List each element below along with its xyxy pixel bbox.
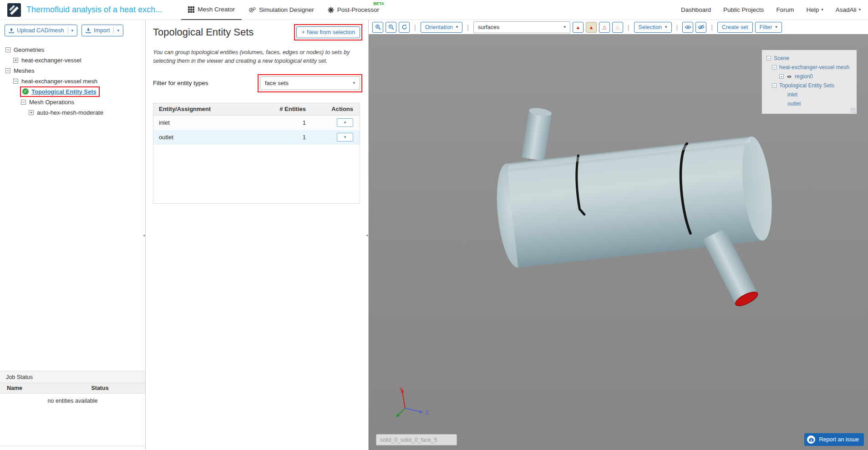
3d-viewport[interactable]: − Scene − heat-exchanger-vessel mesh + r… bbox=[369, 34, 868, 450]
magnifier-plus-icon bbox=[375, 24, 381, 30]
eye-icon bbox=[685, 25, 691, 30]
simscale-logo-icon[interactable] bbox=[7, 3, 21, 17]
nav-public-projects[interactable]: Public Projects bbox=[723, 6, 764, 13]
selected-value: surfaces bbox=[478, 24, 499, 30]
table-row[interactable]: outlet 1 ▾ bbox=[153, 130, 360, 145]
axis-z-label: Z bbox=[425, 409, 429, 416]
expand-icon[interactable]: + bbox=[779, 74, 784, 79]
tree-item-auto-hex-mesh-moderate[interactable]: + auto-hex-mesh-moderate bbox=[4, 108, 142, 116]
axis-triad: x Z bbox=[392, 385, 434, 424]
tree-item-heat-exchanger-vessel[interactable]: + heat-exchanger-vessel bbox=[4, 56, 142, 64]
nav-forum[interactable]: Forum bbox=[776, 6, 794, 13]
upload-icon bbox=[9, 28, 14, 33]
tree-item-label: heat-exchanger-vessel bbox=[21, 57, 81, 64]
job-status-col-status: Status bbox=[55, 385, 145, 391]
scene-item-scene[interactable]: − Scene bbox=[766, 54, 853, 63]
collapse-icon[interactable]: − bbox=[772, 83, 777, 88]
surface-mode-toggle-1[interactable]: ▲ bbox=[573, 22, 584, 33]
tab-label: Post-Processor bbox=[337, 6, 379, 13]
triangle-outline-icon: △ bbox=[616, 24, 619, 30]
filter-dropdown[interactable]: Filter ▾ bbox=[755, 22, 782, 33]
topological-entity-sets-panel: Topological Entity Sets + New from selec… bbox=[146, 20, 369, 450]
orientation-dropdown[interactable]: Orientation ▾ bbox=[421, 22, 463, 33]
page-title: Topological Entity Sets bbox=[153, 26, 254, 38]
tab-simulation-designer[interactable]: Simulation Designer bbox=[242, 0, 321, 20]
job-status-empty-text: no entities available bbox=[0, 394, 145, 446]
collapse-icon[interactable]: − bbox=[13, 79, 18, 84]
inlet-nozzle[interactable] bbox=[522, 106, 552, 161]
zoom-fit-button[interactable] bbox=[386, 22, 396, 33]
tree-item-heat-exchanger-vessel-mesh[interactable]: − heat-exchanger-vessel mesh bbox=[4, 77, 142, 85]
surface-mode-toggle-4[interactable]: △ bbox=[612, 22, 623, 33]
job-status-header-row: Name Status bbox=[0, 383, 145, 394]
viewer-toolbar: | Orientation ▾ | surfaces ▾ ▲ ▲ △ △ | S… bbox=[369, 20, 868, 34]
tree-item-mesh-operations[interactable]: − Mesh Operations bbox=[4, 98, 142, 106]
job-status-col-name: Name bbox=[0, 385, 55, 391]
new-from-selection-button[interactable]: + New from selection bbox=[296, 26, 360, 38]
nav-help-menu[interactable]: Help▾ bbox=[806, 6, 823, 13]
panel-collapse-handle[interactable]: ◂ bbox=[365, 230, 369, 241]
col-entity-assignment: Entity/Assignment bbox=[153, 106, 261, 112]
selection-dropdown[interactable]: Selection ▾ bbox=[634, 22, 672, 33]
import-button[interactable]: Import ▾ bbox=[81, 25, 123, 36]
project-title[interactable]: Thermofluid analysis of a heat exch... bbox=[26, 5, 162, 15]
collapse-icon[interactable]: − bbox=[5, 68, 10, 73]
show-selected-button[interactable] bbox=[682, 22, 693, 33]
scene-tree-overlay[interactable]: − Scene − heat-exchanger-vessel mesh + r… bbox=[761, 50, 857, 114]
entity-count: 1 bbox=[261, 119, 318, 126]
collapse-icon[interactable]: − bbox=[766, 56, 771, 61]
tree-item-label: Meshes bbox=[14, 67, 35, 74]
row-actions-dropdown[interactable]: ▾ bbox=[337, 133, 353, 142]
picked-face-name-input[interactable] bbox=[376, 434, 457, 445]
gears-icon bbox=[249, 7, 256, 13]
tree-item-label: Geometries bbox=[14, 46, 44, 53]
render-mode-select[interactable]: surfaces ▾ bbox=[473, 21, 570, 33]
surface-mode-toggle-3[interactable]: △ bbox=[599, 22, 610, 33]
collapse-icon[interactable]: − bbox=[5, 47, 10, 52]
chevron-down-icon: ▾ bbox=[775, 25, 777, 29]
tree-item-topological-entity-sets[interactable]: ✓ Topological Entity Sets bbox=[4, 87, 142, 96]
tree-item-label[interactable]: Topological Entity Sets bbox=[31, 88, 96, 95]
report-issue-button[interactable]: Report an issue bbox=[804, 433, 864, 446]
annotation-box: ✓ Topological Entity Sets bbox=[21, 87, 99, 96]
triangle-outline-icon: △ bbox=[603, 24, 606, 30]
filter-entity-types-label: Filter for entity types bbox=[153, 80, 208, 86]
grid-icon bbox=[188, 6, 194, 13]
entity-name: outlet bbox=[153, 134, 261, 141]
nav-dashboard[interactable]: Dashboard bbox=[681, 6, 711, 13]
panel-description: You can group topological entities (volu… bbox=[153, 48, 360, 66]
scene-item-inlet[interactable]: inlet bbox=[766, 90, 853, 99]
zoom-in-button[interactable] bbox=[372, 22, 383, 33]
surface-mode-toggle-2[interactable]: ▲ bbox=[586, 22, 597, 33]
beta-badge: BETA bbox=[373, 1, 384, 6]
top-navbar: Thermofluid analysis of a heat exch... M… bbox=[0, 0, 868, 20]
collapse-icon[interactable]: − bbox=[21, 100, 26, 105]
scene-item-region0[interactable]: + region0 bbox=[766, 72, 853, 81]
expand-icon[interactable]: + bbox=[13, 58, 18, 63]
table-row[interactable]: inlet 1 ▾ bbox=[153, 116, 360, 130]
upload-cad-mesh-button[interactable]: Upload CAD/mesh ▾ bbox=[5, 25, 77, 36]
nav-user-menu[interactable]: AsadAli▾ bbox=[836, 6, 861, 13]
row-actions-dropdown[interactable]: ▾ bbox=[337, 118, 353, 127]
sidebar-collapse-handle[interactable]: ◂ bbox=[142, 230, 146, 241]
tab-mesh-creator[interactable]: Mesh Creator bbox=[181, 0, 242, 20]
magnifier-icon bbox=[388, 24, 394, 30]
entity-sets-table: Entity/Assignment # Entities Actions inl… bbox=[153, 103, 360, 204]
tree-item-geometries[interactable]: − Geometries bbox=[4, 46, 142, 54]
collapse-icon[interactable]: − bbox=[772, 65, 777, 70]
scene-item-outlet[interactable]: outlet bbox=[766, 99, 853, 108]
entity-type-select[interactable]: face sets ▾ bbox=[260, 76, 360, 90]
hide-selected-button[interactable] bbox=[695, 22, 706, 33]
table-header-row: Entity/Assignment # Entities Actions bbox=[153, 103, 360, 116]
tab-post-processor[interactable]: Post-Processor BETA bbox=[321, 0, 386, 20]
create-set-button[interactable]: Create set bbox=[717, 22, 753, 33]
annotation-box: + New from selection bbox=[296, 26, 360, 38]
eye-slash-icon bbox=[698, 25, 705, 30]
import-icon bbox=[86, 28, 91, 33]
refresh-view-button[interactable] bbox=[399, 22, 410, 33]
scene-item-mesh[interactable]: − heat-exchanger-vessel mesh bbox=[766, 63, 853, 72]
scene-item-topological-entity-sets[interactable]: − Topological Entity Sets bbox=[766, 81, 853, 90]
expand-icon[interactable]: + bbox=[29, 110, 34, 115]
visibility-eye-icon[interactable] bbox=[787, 75, 792, 79]
tree-item-meshes[interactable]: − Meshes bbox=[4, 66, 142, 75]
